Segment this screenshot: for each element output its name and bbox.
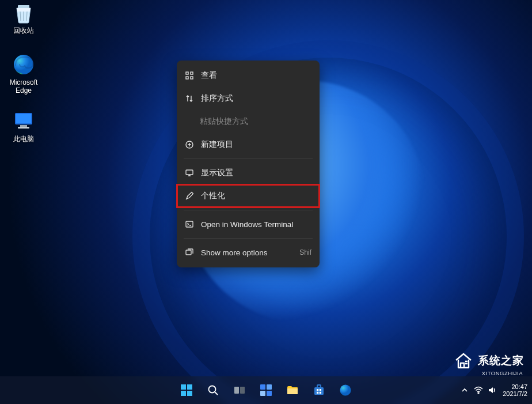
personalize-icon: [185, 192, 194, 200]
svg-rect-22: [267, 384, 272, 390]
svg-rect-0: [18, 5, 29, 8]
tray-date: 2021/7/2: [503, 390, 527, 397]
edge-taskbar-button[interactable]: [334, 379, 357, 402]
menu-item-paste-shortcut: 粘贴快捷方式: [177, 110, 320, 133]
svg-rect-3: [16, 114, 31, 123]
svg-rect-15: [187, 384, 192, 390]
watermark-logo-icon: [454, 351, 473, 371]
svg-rect-19: [234, 387, 239, 394]
svg-point-31: [340, 385, 351, 396]
svg-point-18: [209, 386, 216, 393]
network-icon[interactable]: [474, 386, 483, 395]
view-icon: [185, 71, 194, 80]
menu-item-label: 粘贴快捷方式: [200, 116, 311, 127]
menu-item-open-terminal[interactable]: Open in Windows Terminal: [177, 213, 320, 236]
svg-rect-8: [186, 77, 188, 79]
edge-icon: [12, 53, 35, 76]
svg-rect-29: [317, 392, 318, 394]
svg-rect-12: [186, 221, 193, 227]
svg-rect-25: [287, 388, 298, 394]
menu-item-display-settings[interactable]: 显示设置: [177, 161, 320, 184]
monitor-icon: [12, 110, 35, 133]
sort-icon: [185, 95, 194, 103]
volume-icon[interactable]: [488, 386, 497, 395]
svg-rect-6: [186, 72, 188, 74]
file-explorer-button[interactable]: [281, 379, 304, 402]
taskbar-center: [175, 379, 357, 402]
menu-item-personalize[interactable]: 个性化: [177, 184, 320, 207]
svg-rect-27: [317, 389, 318, 391]
svg-rect-7: [191, 72, 193, 74]
svg-rect-20: [240, 387, 245, 394]
search-button[interactable]: [202, 379, 225, 402]
svg-rect-21: [260, 384, 265, 390]
more-options-icon: [185, 248, 194, 256]
menu-item-label: 个性化: [201, 191, 311, 201]
menu-separator: [184, 238, 313, 239]
terminal-icon: [185, 220, 194, 228]
menu-item-shortcut: Shif: [299, 248, 311, 256]
start-button[interactable]: [175, 379, 198, 402]
widgets-button[interactable]: [254, 379, 278, 402]
svg-rect-26: [314, 387, 324, 395]
display-icon: [185, 169, 194, 177]
desktop-icon-this-pc[interactable]: 此电脑: [2, 110, 45, 143]
menu-item-label: 排序方式: [201, 93, 311, 104]
taskbar: 20:47 2021/7/2: [0, 376, 532, 404]
desktop-context-menu: 查看 排序方式 粘贴快捷方式 新建项目: [177, 61, 320, 267]
svg-rect-17: [187, 391, 192, 396]
menu-item-label: 新建项目: [201, 139, 311, 150]
menu-separator: [184, 158, 313, 159]
watermark: 系统之家 XITONGZHIJIA: [454, 351, 524, 371]
svg-rect-11: [186, 170, 193, 175]
svg-rect-24: [267, 391, 272, 396]
microsoft-store-button[interactable]: [307, 379, 330, 402]
tray-overflow-button[interactable]: [461, 387, 468, 394]
system-tray: 20:47 2021/7/2: [461, 376, 527, 404]
desktop-icon-label: 回收站: [13, 27, 34, 35]
tray-time: 20:47: [503, 383, 527, 390]
menu-item-show-more[interactable]: Show more options Shif: [177, 241, 320, 264]
svg-rect-16: [181, 391, 186, 396]
svg-rect-13: [186, 250, 191, 255]
svg-rect-9: [191, 77, 193, 79]
svg-rect-30: [320, 392, 321, 394]
svg-rect-23: [260, 391, 265, 396]
desktop-icon-label: 此电脑: [13, 135, 34, 143]
menu-separator: [184, 210, 313, 210]
desktop-icon-edge[interactable]: Microsoft Edge: [2, 53, 45, 95]
menu-item-label: Show more options: [201, 248, 292, 257]
menu-item-view[interactable]: 查看: [177, 64, 320, 87]
watermark-subtext: XITONGZHIJIA: [482, 370, 523, 376]
desktop[interactable]: 回收站 Microsoft Edge: [0, 0, 532, 404]
desktop-icon-recycle-bin[interactable]: 回收站: [2, 1, 45, 35]
recycle-bin-icon: [12, 1, 35, 24]
watermark-brand: 系统之家: [478, 353, 524, 368]
tray-clock[interactable]: 20:47 2021/7/2: [503, 383, 527, 397]
menu-item-label: 显示设置: [201, 168, 311, 178]
desktop-icon-label: Microsoft Edge: [2, 78, 45, 95]
task-view-button[interactable]: [228, 379, 251, 402]
svg-rect-5: [18, 127, 29, 129]
svg-rect-28: [320, 389, 321, 391]
menu-item-new[interactable]: 新建项目: [177, 133, 320, 156]
menu-item-label: Open in Windows Terminal: [201, 220, 311, 229]
svg-rect-4: [20, 125, 27, 127]
menu-item-label: 查看: [201, 70, 311, 81]
svg-rect-14: [181, 384, 186, 390]
svg-point-32: [478, 392, 479, 394]
new-icon: [185, 141, 194, 149]
menu-item-sort[interactable]: 排序方式: [177, 87, 320, 110]
